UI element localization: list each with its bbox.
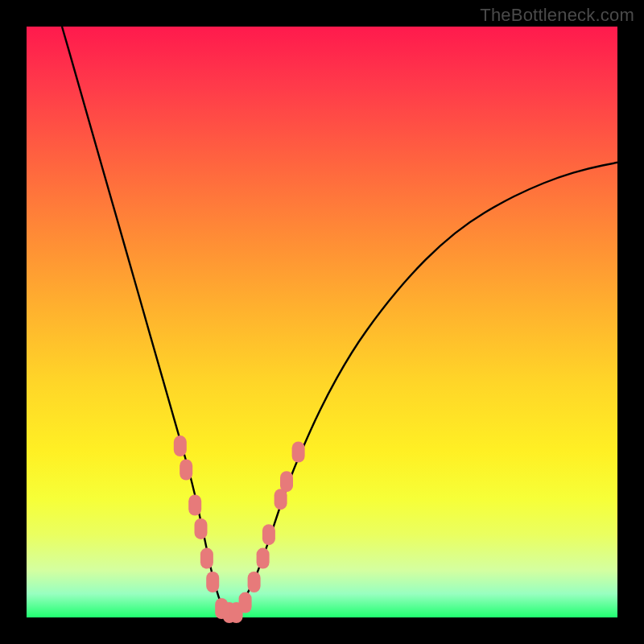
curve-marker: [188, 495, 201, 516]
plot-area: [27, 27, 617, 617]
chart-frame: TheBottleneck.com: [0, 0, 644, 644]
curve-marker: [280, 471, 293, 492]
curve-marker: [195, 518, 208, 539]
curve-marker: [262, 524, 275, 545]
curve-marker: [174, 436, 187, 456]
watermark-text: TheBottleneck.com: [480, 5, 634, 26]
marker-layer: [174, 436, 305, 623]
curve-marker: [275, 489, 287, 510]
curve-marker: [292, 442, 305, 463]
curve-marker: [200, 548, 213, 569]
curve-marker: [180, 460, 192, 481]
curve-marker: [239, 592, 252, 613]
curve-svg: [27, 27, 617, 617]
curve-marker: [257, 548, 270, 569]
curve-marker: [248, 572, 261, 592]
bottleneck-curve: [62, 27, 617, 612]
curve-marker: [206, 572, 219, 592]
